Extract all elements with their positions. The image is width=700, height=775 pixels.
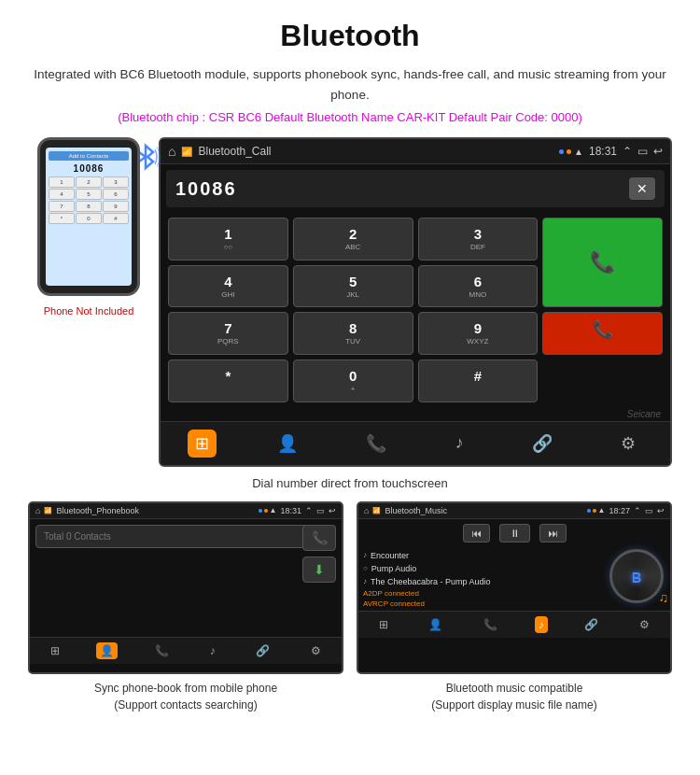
key-0[interactable]: 0+ xyxy=(293,359,413,402)
phone-number-display: 10086 xyxy=(74,163,105,174)
mu-dot-orange xyxy=(593,509,596,513)
phone-key-5: 5 xyxy=(76,189,102,200)
key-8[interactable]: 8TUV xyxy=(293,312,413,355)
ph-dot-blue xyxy=(259,509,262,513)
phonebook-caption: Sync phone-book from mobile phone (Suppo… xyxy=(28,680,343,713)
download-contact-button[interactable]: ⬇ xyxy=(302,557,336,583)
specs-line: (Bluetooth chip : CSR BC6 Default Blueto… xyxy=(28,110,672,124)
toolbar-phone[interactable]: 📞 xyxy=(358,430,394,458)
phone-key-3: 3 xyxy=(103,176,129,188)
pb-toolbar-music[interactable]: ♪ xyxy=(206,642,219,659)
phone-key-4: 4 xyxy=(49,189,75,200)
toolbar-contacts[interactable]: 👤 xyxy=(270,430,305,458)
phone-key-0: 0 xyxy=(76,213,102,224)
phone-key-8: 8 xyxy=(76,201,102,212)
pb-toolbar-contacts[interactable]: 👤 xyxy=(96,642,118,659)
contacts-search[interactable]: Total 0 Contacts xyxy=(35,525,336,548)
music-name-1: Encounter xyxy=(371,551,409,560)
prev-button[interactable]: ⏮ xyxy=(463,524,490,542)
music-title: Bluetooth_Music xyxy=(385,506,582,515)
status-dots: ▲ xyxy=(559,147,583,157)
toolbar-settings[interactable]: ⚙ xyxy=(613,430,643,458)
mu-bottom-toolbar: ⊞ 👤 📞 ♪ 🔗 ⚙ xyxy=(358,611,670,638)
key-1[interactable]: 1○○ xyxy=(168,218,288,261)
phone-key-star: * xyxy=(49,213,75,224)
expand-icon: ⌃ xyxy=(623,145,632,158)
dot-blue xyxy=(559,149,564,154)
mu-antenna-icon: 📶 xyxy=(372,507,381,514)
ph-back-icon: ↩ xyxy=(329,506,336,515)
music-item-2: ○ Pump Audio xyxy=(363,562,605,575)
phone-key-hash: # xyxy=(103,213,129,224)
phone-wrapper: Add to Contacts 10086 1 2 3 4 5 6 7 8 9 xyxy=(37,137,140,302)
key-9[interactable]: 9WXYZ xyxy=(418,312,539,355)
ph-window-icon: ▭ xyxy=(316,506,325,515)
next-button[interactable]: ⏭ xyxy=(539,524,567,542)
key-5[interactable]: 5JKL xyxy=(293,265,413,308)
pb-toolbar-apps[interactable]: ⊞ xyxy=(47,642,63,659)
phone-key-9: 9 xyxy=(103,201,129,212)
phonebook-body: Total 0 Contacts 📞 ⬇ xyxy=(30,525,342,637)
music-header: ⌂ 📶 Bluetooth_Music ▲ 18:27 ⌃ ▭ ↩ xyxy=(358,503,670,519)
mu-toolbar-phone[interactable]: 📞 xyxy=(480,616,501,633)
pb-action-buttons: 📞 ⬇ xyxy=(302,525,336,583)
toolbar-link[interactable]: 🔗 xyxy=(525,430,560,458)
mu-window-icon: ▭ xyxy=(645,506,653,515)
call-button-green[interactable]: 📞 xyxy=(542,218,663,307)
key-star[interactable]: * xyxy=(168,359,288,402)
mu-dots: ▲ xyxy=(587,506,606,514)
backspace-button[interactable]: ✕ xyxy=(629,177,655,200)
phone-key-1: 1 xyxy=(49,176,75,188)
ph-antenna-icon: 📶 xyxy=(44,507,52,514)
end-call-button[interactable]: 📞 xyxy=(542,312,663,355)
dot-orange xyxy=(567,149,571,154)
key-2[interactable]: 2ABC xyxy=(293,218,413,261)
toolbar-apps[interactable]: ⊞ xyxy=(188,430,217,458)
mu-toolbar-apps[interactable]: ⊞ xyxy=(375,616,392,633)
music-item-1: ♪ Encounter xyxy=(363,549,605,562)
bottom-screens: ⌂ 📶 Bluetooth_Phonebook ▲ 18:31 ⌃ ▭ ↩ xyxy=(28,501,672,713)
page-container: Bluetooth Integrated with BC6 Bluetooth … xyxy=(0,0,700,741)
keypad-grid: 1○○ 2ABC 3DEF 📞 4GHI 5JKL 6MNO 7PQRS 8TU… xyxy=(161,213,670,406)
bottom-toolbar: ⊞ 👤 📞 ♪ 🔗 ⚙ xyxy=(161,421,670,465)
key-6[interactable]: 6MNO xyxy=(418,265,539,308)
mu-toolbar-link[interactable]: 🔗 xyxy=(581,616,602,633)
album-bt-icon: ʙ xyxy=(631,565,642,587)
music-note-icon-2: ○ xyxy=(363,564,368,572)
watermark: Seicane xyxy=(161,407,670,421)
mu-header-icons: ⌃ ▭ ↩ xyxy=(634,506,665,515)
mu-dot-blue xyxy=(587,509,591,513)
mu-toolbar-contacts[interactable]: 👤 xyxy=(425,616,446,633)
mu-toolbar-music[interactable]: ♪ xyxy=(535,616,548,633)
call-contact-button[interactable]: 📞 xyxy=(302,525,336,551)
pb-toolbar-link[interactable]: 🔗 xyxy=(252,642,273,659)
phonebook-block: ⌂ 📶 Bluetooth_Phonebook ▲ 18:31 ⌃ ▭ ↩ xyxy=(28,501,343,713)
pb-toolbar-phone[interactable]: 📞 xyxy=(151,642,173,659)
phone-screen-title: Add to Contacts xyxy=(49,151,129,161)
phone-keypad: 1 2 3 4 5 6 7 8 9 * 0 # xyxy=(49,176,129,224)
key-3[interactable]: 3DEF xyxy=(418,218,539,261)
key-7[interactable]: 7PQRS xyxy=(168,312,288,355)
music-controls: ⏮ ⏸ ⏭ xyxy=(358,519,670,547)
mu-back-icon: ↩ xyxy=(657,506,665,515)
ph-dot-orange xyxy=(264,509,268,513)
phone-screen: Add to Contacts 10086 1 2 3 4 5 6 7 8 9 xyxy=(46,148,132,286)
music-note-icon-1: ♪ xyxy=(363,551,367,559)
ph-expand-icon: ⌃ xyxy=(305,506,313,515)
toolbar-music[interactable]: ♪ xyxy=(448,430,471,457)
mu-time: 18:27 xyxy=(609,506,630,515)
dial-number-row: 10086 ✕ xyxy=(166,170,665,207)
play-pause-button[interactable]: ⏸ xyxy=(499,524,530,542)
album-circle: ʙ ♫ xyxy=(609,549,664,603)
phone-key-2: 2 xyxy=(76,176,102,188)
key-4[interactable]: 4GHI xyxy=(168,265,288,308)
key-hash[interactable]: # xyxy=(418,359,539,402)
window-icon: ▭ xyxy=(637,145,648,158)
pb-toolbar-settings[interactable]: ⚙ xyxy=(307,642,325,659)
mu-toolbar-settings[interactable]: ⚙ xyxy=(636,616,653,633)
screen-title: Bluetooth_Call xyxy=(198,145,553,158)
music-content: ♪ Encounter ○ Pump Audio ♪ The Cheebacab… xyxy=(358,547,670,611)
note-decoration: ♫ xyxy=(659,590,669,605)
home-icon: ⌂ xyxy=(168,144,175,159)
a2dp-status: A2DP connected xyxy=(363,588,605,599)
